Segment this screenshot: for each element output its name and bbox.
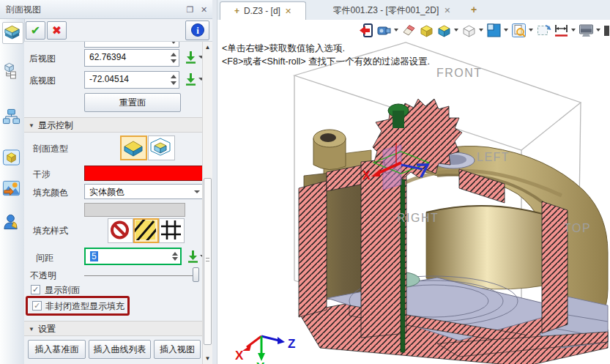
section-shape-open-button[interactable]: [148, 135, 175, 160]
insert-datum-button[interactable]: 插入基准面: [28, 340, 86, 359]
section-view-scene[interactable]: X FRONT LEFT RIGHT TOP X: [217, 40, 610, 364]
interference-color-well[interactable]: [84, 166, 202, 181]
panel-scrollbar[interactable]: ▲ ▼: [202, 42, 212, 364]
spinner[interactable]: [169, 73, 177, 86]
scrolled-input[interactable]: [84, 42, 179, 48]
sectioned-part-model[interactable]: [299, 99, 608, 364]
section-view-panel: 剖面视图 ❐ ✕ ✔ ✖ i: [0, 0, 212, 364]
bottom-view-input[interactable]: -72.04514: [84, 71, 179, 89]
bottom-view-label: 底视图: [29, 75, 56, 87]
fill-style-none-button[interactable]: [108, 218, 133, 243]
refresh-view-icon[interactable]: [536, 23, 551, 38]
new-tab-icon[interactable]: +: [471, 4, 477, 15]
tab-modified-icon: +: [234, 6, 239, 16]
dropdown-arrow-icon: [194, 190, 200, 193]
fill-style-label: 填充样式: [33, 225, 68, 237]
panel-splitter[interactable]: [212, 0, 217, 364]
spinner[interactable]: [169, 51, 177, 64]
tab-active-document[interactable]: + D.Z3 - [d] ✕: [220, 1, 306, 20]
settings-header[interactable]: ▼设置: [24, 321, 202, 336]
exit-icon[interactable]: [359, 23, 374, 38]
shade-cube-icon[interactable]: [419, 23, 434, 38]
scroll-up-icon[interactable]: ▲: [203, 42, 212, 52]
measure-icon[interactable]: [554, 23, 569, 38]
dropdown-arrow-icon[interactable]: [479, 23, 484, 38]
axis-triad: X Z Y: [235, 336, 295, 364]
spinner[interactable]: [171, 250, 179, 262]
view-toolbar: [217, 20, 610, 40]
cancel-button[interactable]: ✖: [47, 21, 67, 40]
section-shape-label: 剖面造型: [33, 143, 68, 155]
show-section-checkbox[interactable]: ✓: [31, 285, 40, 294]
panel-sidebar: [0, 19, 25, 364]
corner-view-icon[interactable]: [486, 23, 502, 38]
dropdown-arrow-icon[interactable]: [394, 23, 399, 38]
scroll-down-icon[interactable]: ▼: [203, 354, 212, 363]
info-button[interactable]: i: [185, 21, 209, 40]
graphics-viewport[interactable]: <单击右键>获取数值输入选项. <F8>或者<Shift-roll> 查找下一个…: [217, 40, 610, 364]
spacing-input[interactable]: 5: [84, 248, 182, 265]
hierarchy-icon[interactable]: [2, 107, 22, 127]
pick-value-icon[interactable]: [185, 51, 197, 64]
fill-style-hatch-button[interactable]: [133, 218, 159, 243]
dropdown-arrow-icon[interactable]: [571, 23, 576, 38]
tab-close-icon[interactable]: ✕: [444, 6, 450, 15]
opacity-slider-handle[interactable]: [193, 267, 199, 282]
prompt-message-1: <单击右键>获取数值输入选项.: [222, 42, 345, 55]
view-camera-icon[interactable]: [376, 23, 392, 38]
back-view-input[interactable]: 62.76394: [84, 49, 179, 67]
dropdown-arrow-icon[interactable]: [454, 23, 459, 38]
fill-color-swatch[interactable]: [84, 203, 185, 217]
collapse-arrow-icon: ▼: [29, 326, 34, 333]
pick-value-icon[interactable]: [187, 250, 199, 264]
fill-color-dropdown[interactable]: 实体颜色: [84, 184, 202, 199]
reference-cube-icon[interactable]: [2, 61, 22, 81]
visualize-cube-icon[interactable]: [2, 148, 22, 168]
spacing-label: 间距: [36, 252, 53, 264]
prompt-message-2: <F8>或者<Shift-roll> 查找下一个有效的过滤器设置.: [222, 56, 430, 68]
user-icon[interactable]: [2, 212, 22, 233]
restore-icon[interactable]: ❐: [185, 5, 195, 15]
render-scene-icon[interactable]: [2, 179, 22, 199]
insert-curve-list-button[interactable]: 插入曲线列表: [89, 340, 151, 359]
display-control-header[interactable]: ▼显示控制: [24, 117, 202, 133]
section-cube-icon[interactable]: [436, 23, 452, 38]
zoom-document-icon[interactable]: [511, 23, 527, 38]
pick-value-icon[interactable]: [185, 73, 197, 86]
interference-label: 干涉: [33, 168, 51, 181]
svg-text:i: i: [196, 25, 199, 36]
left-view-label: LEFT: [477, 151, 510, 163]
eraser-icon[interactable]: [401, 23, 417, 38]
dropdown-arrow-icon[interactable]: [596, 23, 601, 38]
front-view-label: FRONT: [436, 67, 483, 79]
scrollbar-thumb[interactable]: [204, 178, 212, 345]
tab-label: D.Z3 - [d]: [244, 6, 280, 16]
x-axis-label: X: [235, 349, 244, 363]
open-shape-fill-checkbox[interactable]: ✓: [32, 301, 42, 311]
show-section-label: 显示剖面: [45, 284, 80, 297]
clipped-toolbar-icon[interactable]: [603, 23, 609, 38]
section-shape-solid-button[interactable]: [120, 135, 147, 160]
display-monitor-icon[interactable]: [579, 23, 594, 38]
wireframe-cube-icon[interactable]: [461, 23, 477, 38]
top-view-label: TOP: [564, 222, 591, 234]
confirm-button[interactable]: ✔: [26, 21, 45, 40]
y-axis-label: Y: [256, 360, 265, 364]
dropdown-arrow-icon[interactable]: [504, 23, 509, 38]
fill-color-label: 填充颜色: [33, 187, 68, 199]
dropdown-arrow-icon[interactable]: [529, 23, 534, 38]
tab-close-icon[interactable]: ✕: [285, 7, 291, 16]
insert-view-button[interactable]: 插入视图: [154, 340, 201, 359]
panel-close-icon[interactable]: ✕: [199, 5, 209, 15]
tab-second-document[interactable]: 零件001.Z3 - [零件001_2D] ✕: [320, 1, 464, 20]
back-view-label: 后视图: [29, 53, 56, 65]
fill-style-grid-button[interactable]: [159, 218, 185, 243]
section-view-icon[interactable]: [2, 22, 23, 44]
spinner[interactable]: [169, 42, 177, 45]
reset-plane-button[interactable]: 重置面: [84, 93, 181, 112]
collapse-arrow-icon: ▼: [29, 122, 34, 129]
document-tab-strip: + D.Z3 - [d] ✕ 零件001.Z3 - [零件001_2D] ✕ +: [217, 0, 610, 20]
opacity-slider-track[interactable]: [84, 275, 198, 276]
opacity-label: 不透明: [30, 270, 56, 282]
tab-label: 零件001.Z3 - [零件001_2D]: [333, 4, 439, 17]
